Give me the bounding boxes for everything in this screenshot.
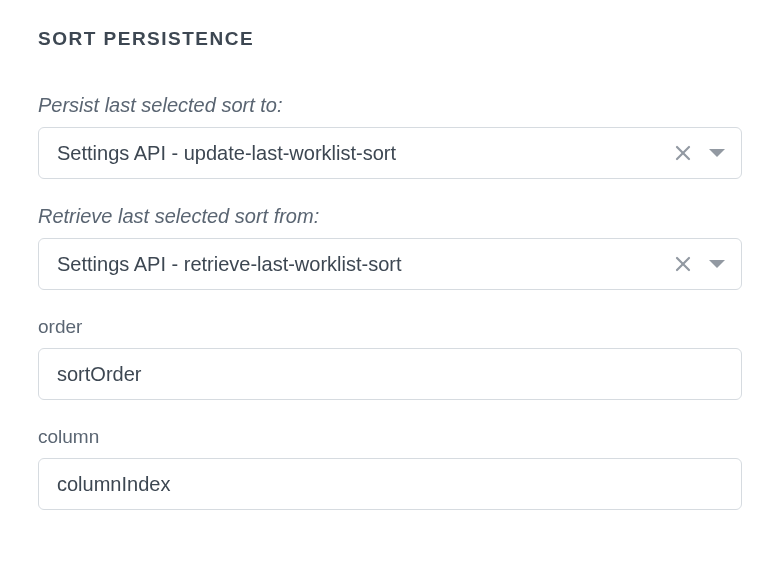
persist-label: Persist last selected sort to: <box>38 94 742 117</box>
persist-select-actions <box>671 141 729 165</box>
close-icon[interactable] <box>671 141 695 165</box>
order-field-group: order <box>38 316 742 400</box>
column-field-group: column <box>38 426 742 510</box>
order-label: order <box>38 316 742 338</box>
column-label: column <box>38 426 742 448</box>
close-icon[interactable] <box>671 252 695 276</box>
column-input[interactable] <box>38 458 742 510</box>
retrieve-select[interactable]: Settings API - retrieve-last-worklist-so… <box>38 238 742 290</box>
chevron-down-icon[interactable] <box>705 255 729 273</box>
section-title: SORT PERSISTENCE <box>38 28 742 50</box>
persist-field-group: Persist last selected sort to: Settings … <box>38 94 742 179</box>
retrieve-field-group: Retrieve last selected sort from: Settin… <box>38 205 742 290</box>
persist-select[interactable]: Settings API - update-last-worklist-sort <box>38 127 742 179</box>
order-input[interactable] <box>38 348 742 400</box>
retrieve-select-value: Settings API - retrieve-last-worklist-so… <box>57 253 671 276</box>
retrieve-label: Retrieve last selected sort from: <box>38 205 742 228</box>
persist-select-value: Settings API - update-last-worklist-sort <box>57 142 671 165</box>
retrieve-select-actions <box>671 252 729 276</box>
svg-marker-5 <box>709 260 725 268</box>
svg-marker-2 <box>709 149 725 157</box>
chevron-down-icon[interactable] <box>705 144 729 162</box>
